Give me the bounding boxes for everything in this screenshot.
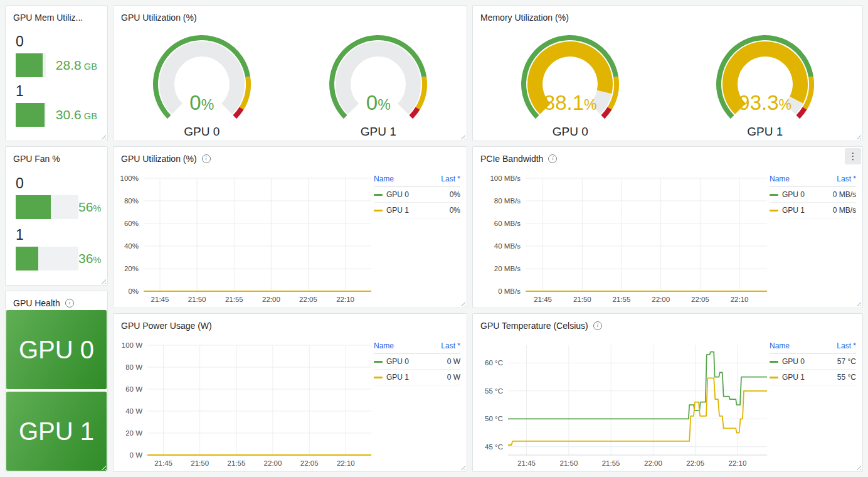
panel-title[interactable]: GPU Health [13,298,60,308]
svg-text:21:45: 21:45 [151,296,169,303]
panel-title[interactable]: GPU Utilization (%) [121,154,197,164]
panel-gpu-fan: GPU Fan % 0 56% 1 36% [5,146,108,286]
panel-header: PCIe Bandwidth i [473,147,862,167]
svg-text:21:55: 21:55 [228,459,246,467]
series-swatch [770,377,778,378]
panel-header: GPU Temperature (Celsius) i [473,314,862,334]
legend-row-gpu1[interactable]: GPU 1 0 MB/s [770,203,856,218]
panel-pcie-bandwidth: PCIe Bandwidth i ⋮ 0 MB/s20 MB/s40 MB/s6… [472,146,863,308]
svg-text:80%: 80% [124,197,139,205]
chart-legend: Name Last * GPU 0 0 W GPU 1 0 W [374,340,460,385]
panel-title[interactable]: GPU Power Usage (W) [121,321,212,331]
gauge-label: GPU 1 [747,125,783,139]
panel-title[interactable]: PCIe Bandwidth [480,154,543,164]
panel-title[interactable]: GPU Temperature (Celsius) [480,321,588,331]
resize-handle[interactable] [100,278,106,284]
svg-text:21:50: 21:50 [560,459,578,467]
info-icon[interactable]: i [65,299,74,308]
svg-text:60 MB/s: 60 MB/s [494,220,521,227]
series-name[interactable]: GPU 0 [782,190,829,199]
legend-name-header[interactable]: Name [374,174,394,183]
stat-tile-label: GPU 0 [19,336,94,364]
info-icon[interactable]: i [548,154,557,163]
bar-gauge-value: 30.6 GB [46,107,97,122]
info-icon[interactable]: i [202,154,211,163]
gauge-value: 0% [136,91,268,115]
svg-text:22:00: 22:00 [652,296,670,303]
panel-header: GPU Health i [6,291,107,311]
svg-text:22:05: 22:05 [299,296,317,303]
series-name[interactable]: GPU 0 [386,190,446,199]
svg-text:40 W: 40 W [125,407,142,415]
svg-text:40 MB/s: 40 MB/s [494,242,521,250]
svg-text:20%: 20% [124,265,139,272]
bar-gauge-track [16,195,78,219]
gauge-row: 88.1% GPU 0 93.3% GPU 1 [473,27,862,141]
panel-gpu-mem-utilized: GPU Mem Utiliz... 0 28.8 GB 1 30.6 GB [5,5,108,141]
series-name[interactable]: GPU 0 [782,357,834,366]
series-name[interactable]: GPU 1 [386,206,446,215]
series-swatch [770,361,778,363]
svg-text:22:10: 22:10 [337,459,355,467]
legend-name-header[interactable]: Name [770,174,790,183]
series-swatch [374,361,383,363]
legend-row-gpu0[interactable]: GPU 0 0 MB/s [770,187,856,203]
resize-handle[interactable] [100,134,106,139]
bar-gauge-item-gpu0: 0 56% [16,175,97,219]
legend-row-gpu0[interactable]: GPU 0 0 W [374,354,460,370]
legend-last-header[interactable]: Last * [837,174,856,183]
panel-gpu-power-usage: GPU Power Usage (W) 0 W20 W40 W60 W80 W1… [113,313,467,472]
svg-text:22:10: 22:10 [731,296,749,303]
svg-text:100 W: 100 W [122,341,142,349]
stat-tile-gpu1: GPU 1 [6,392,107,471]
svg-text:50 °C: 50 °C [485,415,503,422]
panel-header: GPU Utilization (%) [114,6,467,26]
bar-gauge-label: 0 [16,175,97,192]
legend-row-gpu0[interactable]: GPU 0 57 °C [770,354,856,370]
legend-name-header[interactable]: Name [770,341,790,350]
panel-title[interactable]: GPU Mem Utiliz... [13,13,83,23]
gauge-gpu1: 93.3% GPU 1 [699,31,831,139]
panel-title[interactable]: Memory Utilization (%) [480,13,569,23]
legend-row-gpu1[interactable]: GPU 1 0 W [374,370,460,385]
panel-title[interactable]: GPU Fan % [13,154,60,164]
panel-menu-icon[interactable]: ⋮ [845,148,861,164]
svg-text:0 MB/s: 0 MB/s [498,287,521,295]
svg-text:22:00: 22:00 [264,459,282,467]
series-last-value: 0 MB/s [833,206,856,215]
bar-gauge-item-gpu1: 1 30.6 GB [16,83,97,127]
svg-text:0%: 0% [128,287,139,295]
legend-row-gpu0[interactable]: GPU 0 0% [374,187,460,203]
legend-last-header[interactable]: Last * [441,174,460,183]
bar-gauge-label: 1 [16,83,97,100]
bar-gauge-track [16,247,78,271]
gauge-value: 0% [312,91,444,115]
legend-row-gpu1[interactable]: GPU 1 0% [374,203,460,218]
info-icon[interactable]: i [593,321,602,330]
svg-text:21:45: 21:45 [154,459,172,467]
stat-tiles: GPU 0 GPU 1 [6,310,107,471]
svg-text:21:45: 21:45 [517,459,536,467]
legend-last-header[interactable]: Last * [441,341,460,350]
svg-text:55 °C: 55 °C [485,387,503,395]
series-last-value: 0 W [447,357,460,366]
series-name[interactable]: GPU 1 [782,373,834,382]
series-name[interactable]: GPU 1 [386,373,443,382]
gauge-gpu1: 0% GPU 1 [312,31,444,139]
bar-gauge-list: 0 56% 1 36% [16,168,97,277]
bar-gauge-item-gpu0: 0 28.8 GB [16,33,97,77]
panel-header: GPU Power Usage (W) [114,314,467,334]
legend-last-header[interactable]: Last * [837,341,856,350]
chart-legend: Name Last * GPU 0 0% GPU 1 0% [374,173,460,218]
series-name[interactable]: GPU 1 [782,206,829,215]
series-last-value: 57 °C [837,357,856,366]
legend-name-header[interactable]: Name [374,341,394,350]
series-name[interactable]: GPU 0 [386,357,443,366]
bar-gauge-item-gpu1: 1 36% [16,227,97,271]
gauge-label: GPU 1 [361,125,396,139]
svg-text:21:55: 21:55 [225,296,243,303]
panel-title[interactable]: GPU Utilization (%) [121,13,197,23]
bar-gauge-fill [16,247,38,271]
svg-text:60 W: 60 W [125,385,142,393]
legend-row-gpu1[interactable]: GPU 1 55 °C [770,370,856,385]
